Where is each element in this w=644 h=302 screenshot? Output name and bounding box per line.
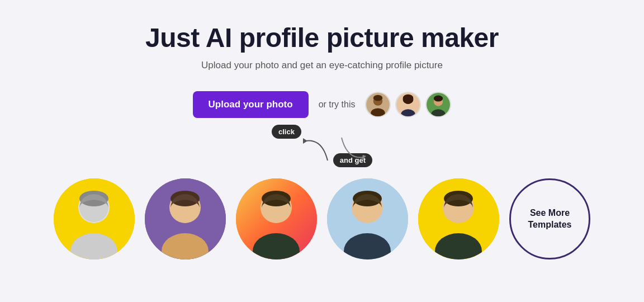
- svg-point-4: [373, 95, 382, 101]
- upload-row: Upload your photo or try this: [193, 91, 452, 118]
- sample-avatars: [365, 92, 451, 117]
- template-5[interactable]: [418, 178, 499, 259]
- svg-marker-14: [362, 155, 366, 160]
- sample-avatar-3[interactable]: [425, 92, 451, 117]
- template-2[interactable]: [145, 178, 226, 259]
- template-1[interactable]: [54, 178, 135, 259]
- get-arrow-icon: [330, 135, 375, 166]
- template-4[interactable]: [327, 178, 408, 259]
- arrow-section: click and get: [238, 124, 406, 168]
- svg-point-12: [434, 96, 443, 102]
- or-try-label: or try this: [319, 100, 356, 110]
- svg-marker-13: [303, 138, 307, 144]
- sample-avatar-1[interactable]: [365, 92, 391, 117]
- see-more-button[interactable]: See More Templates: [509, 178, 590, 259]
- page-title: Just AI profile picture maker: [145, 22, 499, 53]
- sample-avatar-2[interactable]: [395, 92, 421, 117]
- page-subtitle: Upload your photo and get an eye-catchin…: [201, 60, 443, 71]
- templates-row: See More Templates: [54, 178, 590, 259]
- upload-button[interactable]: Upload your photo: [193, 91, 309, 118]
- template-3[interactable]: [236, 178, 317, 259]
- see-more-label: See More Templates: [511, 207, 589, 231]
